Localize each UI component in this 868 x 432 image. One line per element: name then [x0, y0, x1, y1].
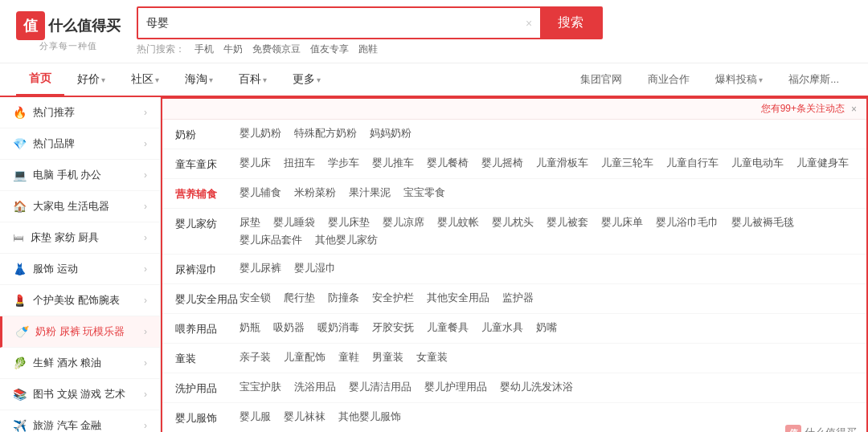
cat-link[interactable]: 婴儿被褥毛毯: [731, 215, 794, 230]
cat-link[interactable]: 女童装: [416, 350, 448, 365]
cat-link[interactable]: 洗浴用品: [294, 380, 336, 394]
nav-group-website[interactable]: 集团官网: [567, 64, 635, 95]
nav-item-more[interactable]: 更多 ▾: [280, 64, 334, 95]
cat-link[interactable]: 暖奶消毒: [317, 320, 359, 335]
cat-link[interactable]: 其他婴儿家纺: [315, 233, 378, 247]
cat-link[interactable]: 婴儿奶粉: [240, 126, 281, 141]
cat-link[interactable]: 婴儿蚊帐: [437, 215, 479, 230]
cat-link[interactable]: 婴儿服: [240, 410, 271, 424]
search-button[interactable]: 搜索: [540, 8, 601, 38]
cat-link[interactable]: 婴儿床单: [601, 215, 643, 230]
cat-link[interactable]: 奶瓶: [240, 320, 260, 335]
logo-text: 什么值得买: [48, 16, 121, 35]
cat-link[interactable]: 儿童自行车: [666, 156, 719, 170]
footer-logo-icon: 值: [785, 425, 801, 432]
cat-link[interactable]: 婴儿湿巾: [294, 261, 336, 275]
nav-item-deals[interactable]: 好价 ▾: [64, 64, 118, 95]
nav-tips[interactable]: 爆料投稿 ▾: [702, 64, 776, 95]
cat-link[interactable]: 婴儿护理用品: [424, 380, 487, 394]
cat-link[interactable]: 婴儿凉席: [383, 215, 424, 230]
cat-link[interactable]: 儿童配饰: [284, 350, 326, 365]
cat-link[interactable]: 儿童三轮车: [601, 156, 653, 170]
cat-link[interactable]: 妈妈奶粉: [370, 126, 411, 141]
cat-link[interactable]: 童鞋: [338, 350, 359, 365]
cat-link[interactable]: 学步车: [328, 156, 359, 170]
sidebar-item-electronics[interactable]: 💻 电脑 手机 办公 ›: [0, 160, 160, 191]
logo-icon: 值: [16, 11, 45, 40]
cat-link[interactable]: 牙胶安抚: [372, 320, 414, 335]
cat-link[interactable]: 婴儿餐椅: [427, 156, 469, 170]
cat-link[interactable]: 防撞条: [328, 291, 359, 305]
cat-link[interactable]: 奶嘴: [536, 320, 557, 335]
notification-close-icon[interactable]: ×: [851, 104, 857, 115]
cat-link[interactable]: 米粉菜粉: [294, 185, 336, 200]
sidebar-label: 图书 文娱 游戏 艺术: [33, 387, 125, 401]
cat-link[interactable]: 安全护栏: [372, 291, 414, 305]
cat-link[interactable]: 亲子装: [240, 350, 271, 365]
sidebar-item-travel[interactable]: ✈️ 旅游 汽车 金融 ›: [0, 410, 160, 432]
cat-link[interactable]: 宝宝护肤: [240, 380, 281, 394]
nav-sherlock[interactable]: 福尔摩斯...: [776, 64, 852, 95]
cat-link[interactable]: 婴儿辅食: [240, 185, 281, 200]
cat-link[interactable]: 其他安全用品: [427, 291, 489, 305]
search-input[interactable]: 母婴: [138, 8, 518, 38]
cat-link[interactable]: 儿童健身车: [796, 156, 849, 170]
cat-link[interactable]: 宝宝零食: [403, 185, 445, 200]
nav-item-overseas[interactable]: 海淘 ▾: [172, 64, 226, 95]
cat-section-textile: 婴儿家纺 尿垫 婴儿睡袋 婴儿床垫 婴儿凉席 婴儿蚊帐 婴儿枕头 婴儿被套 婴儿…: [162, 209, 866, 255]
cat-link[interactable]: 婴幼儿洗发沐浴: [500, 380, 573, 394]
cat-link[interactable]: 扭扭车: [284, 156, 315, 170]
cat-link[interactable]: 婴儿睡袋: [273, 215, 315, 230]
hot-item-3[interactable]: 值友专享: [310, 43, 349, 56]
cat-link[interactable]: 男童装: [372, 350, 403, 365]
sidebar-label: 热门品牌: [33, 137, 75, 151]
cat-link[interactable]: 果汁果泥: [349, 185, 391, 200]
cat-link[interactable]: 儿童电动车: [731, 156, 784, 170]
sidebar-item-fresh[interactable]: 🥬 生鲜 酒水 粮油 ›: [0, 348, 160, 379]
cat-link[interactable]: 其他婴儿服饰: [338, 410, 401, 424]
cat-link[interactable]: 婴儿尿裤: [240, 261, 281, 275]
sidebar-item-books[interactable]: 📚 图书 文娱 游戏 艺术 ›: [0, 379, 160, 410]
hot-item-4[interactable]: 跑鞋: [358, 43, 378, 56]
cat-link[interactable]: 婴儿清洁用品: [349, 380, 411, 394]
computer-icon: 💻: [13, 169, 27, 181]
cat-link[interactable]: 特殊配方奶粉: [294, 126, 357, 141]
cat-link[interactable]: 婴儿推车: [372, 156, 414, 170]
cat-links: 婴儿尿裤 婴儿湿巾: [240, 261, 854, 275]
nav-business-coop[interactable]: 商业合作: [635, 64, 702, 95]
sidebar-item-fashion[interactable]: 👗 服饰 运动 ›: [0, 254, 160, 285]
hot-item-2[interactable]: 免费领京豆: [252, 43, 301, 56]
sidebar-item-appliances[interactable]: 🏠 大家电 生活电器 ›: [0, 191, 160, 222]
cat-link[interactable]: 婴儿被套: [547, 215, 588, 230]
logo-subtitle: 分享每一种值: [39, 40, 97, 52]
hot-item-0[interactable]: 手机: [194, 43, 214, 56]
cat-link[interactable]: 爬行垫: [284, 291, 315, 305]
cat-section-formula: 奶粉 婴儿奶粉 特殊配方奶粉 妈妈奶粉: [162, 120, 866, 149]
cat-link[interactable]: 儿童餐具: [427, 320, 469, 335]
nav-item-home[interactable]: 首页: [16, 63, 64, 96]
cat-link[interactable]: 婴儿摇椅: [481, 156, 523, 170]
nav-item-community[interactable]: 社区 ▾: [118, 64, 172, 95]
cat-link[interactable]: 婴儿床品套件: [240, 233, 302, 247]
cat-link[interactable]: 婴儿床垫: [328, 215, 370, 230]
sidebar-item-beauty[interactable]: 💄 个护美妆 配饰腕表 ›: [0, 285, 160, 316]
cat-section-care: 洗护用品 宝宝护肤 洗浴用品 婴儿清洁用品 婴儿护理用品 婴幼儿洗发沐浴: [162, 373, 866, 403]
sidebar-item-hot-brand[interactable]: 💎 热门品牌 ›: [0, 128, 160, 160]
cat-link[interactable]: 尿垫: [240, 215, 260, 230]
sidebar-item-bedding[interactable]: 🛏 床垫 家纺 厨具 ›: [0, 222, 160, 254]
cat-link[interactable]: 婴儿袜袜: [284, 410, 326, 424]
cat-link[interactable]: 婴儿浴巾毛巾: [656, 215, 719, 230]
nav-item-wiki[interactable]: 百科 ▾: [226, 64, 280, 95]
search-clear-icon[interactable]: ×: [518, 8, 540, 38]
cat-link[interactable]: 婴儿枕头: [492, 215, 534, 230]
cat-link[interactable]: 儿童水具: [481, 320, 523, 335]
cat-link[interactable]: 吸奶器: [273, 320, 305, 335]
sidebar-item-baby[interactable]: 🍼 奶粉 尿裤 玩模乐器 ›: [0, 316, 160, 348]
cat-link[interactable]: 婴儿床: [240, 156, 271, 170]
sidebar-item-hot-recommend[interactable]: 🔥 热门推荐 ›: [0, 97, 160, 128]
cat-link[interactable]: 儿童滑板车: [536, 156, 588, 170]
sidebar-item-inner: 💎 热门品牌: [13, 137, 75, 151]
cat-link[interactable]: 安全锁: [240, 291, 271, 305]
cat-link[interactable]: 监护器: [502, 291, 534, 305]
hot-item-1[interactable]: 牛奶: [223, 43, 243, 56]
